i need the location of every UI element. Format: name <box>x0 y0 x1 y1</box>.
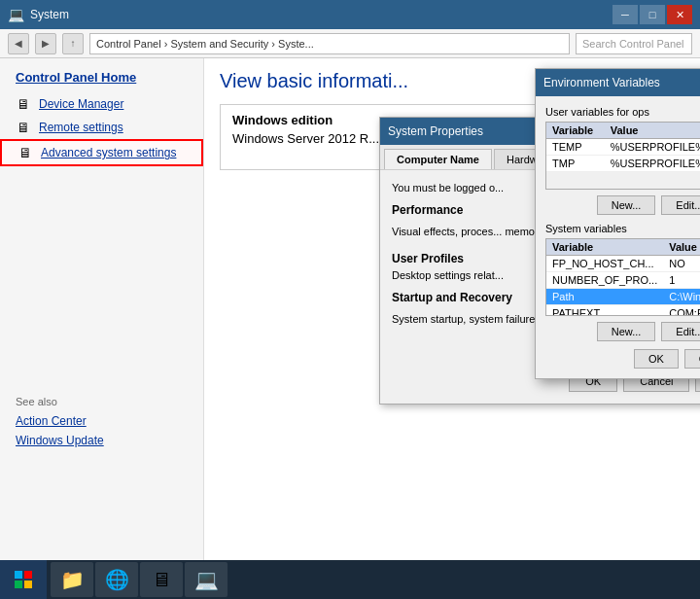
env-dialog-content: User variables for ops Variable Value <box>536 96 700 378</box>
control-panel-home-link[interactable]: Control Panel Home <box>0 70 203 92</box>
up-button[interactable]: ↑ <box>62 33 84 54</box>
window-title: System <box>30 8 69 21</box>
sys-val-pathext: COM;EXE;BAT;CMD;VBS;JCE... <box>663 305 700 317</box>
address-bar: ◀ ▶ ↑ Control Panel › System and Securit… <box>0 29 700 58</box>
ie-icon: 🌐 <box>105 568 129 591</box>
control-panel-icon: 💻 <box>194 568 219 591</box>
user-edit-button[interactable]: Edit... <box>661 195 700 215</box>
window-icon: 💻 <box>8 7 24 22</box>
taskbar: 📁 🌐 🖥 💻 <box>0 560 700 599</box>
start-button[interactable] <box>0 560 47 599</box>
see-also-label: See also <box>0 380 203 411</box>
advanced-settings-icon: 🖥 <box>18 145 33 160</box>
sys-edit-button[interactable]: Edit... <box>661 322 700 341</box>
sys-val-numproc: 1 <box>663 272 700 289</box>
env-dialog-title-bar: Environment Variables ✕ <box>536 69 700 96</box>
remote-settings-link: Remote settings <box>39 121 123 134</box>
sidebar: Control Panel Home 🖥 Device Manager 🖥 Re… <box>0 58 204 560</box>
sys-table-header-value: Value <box>663 239 700 256</box>
env-dialog-title-text: Environment Variables <box>543 76 660 89</box>
minimize-button[interactable]: ─ <box>612 5 638 24</box>
sidebar-item-action-center[interactable]: Action Center <box>0 411 203 431</box>
env-ok-button[interactable]: OK <box>634 349 679 369</box>
user-var-tmp: TMP <box>546 156 605 172</box>
action-center-link: Action Center <box>16 414 87 428</box>
system-variables-table: Variable Value FP_NO_HOST_CH... NO <box>546 239 700 316</box>
system-variables-table-container: Variable Value FP_NO_HOST_CH... NO <box>545 238 700 316</box>
sys-var-path: Path <box>546 289 663 305</box>
back-button[interactable]: ◀ <box>8 33 29 54</box>
user-val-tmp: %USERPROFILE%\AppData\Local\Temp <box>605 156 700 172</box>
user-var-temp: TEMP <box>546 139 605 156</box>
sys-val-path: C:\Windows\system32;C:\Windows;C:\Win... <box>663 289 700 305</box>
sys-var-fp: FP_NO_HOST_CH... <box>546 256 663 272</box>
user-table-header-variable: Variable <box>546 123 605 139</box>
main-window: 💻 System ─ □ ✕ ◀ ▶ ↑ Control Panel › Sys… <box>0 0 700 560</box>
table-row[interactable]: FP_NO_HOST_CH... NO <box>546 256 700 272</box>
env-dialog-ok-row: OK Cancel <box>545 349 700 369</box>
title-bar-left: 💻 System <box>8 7 69 22</box>
taskbar-item-ie[interactable]: 🌐 <box>95 562 138 597</box>
title-bar-controls: ─ □ ✕ <box>612 5 692 24</box>
sys-new-button[interactable]: New... <box>597 322 656 341</box>
sys-var-numproc: NUMBER_OF_PRO... <box>546 272 663 289</box>
maximize-button[interactable]: □ <box>640 5 665 24</box>
search-box[interactable]: Search Control Panel <box>576 33 692 54</box>
table-row[interactable]: PATHEXT COM;EXE;BAT;CMD;VBS;JCE... <box>546 305 700 317</box>
user-variables-title: User variables for ops <box>545 106 700 118</box>
server-manager-icon: 🖥 <box>152 569 171 591</box>
advanced-settings-link: Advanced system settings <box>41 146 176 159</box>
content-area: Control Panel Home 🖥 Device Manager 🖥 Re… <box>0 58 700 560</box>
sys-val-fp: NO <box>663 256 700 272</box>
main-content: View basic informati... Windows edition … <box>204 58 700 560</box>
taskbar-item-explorer[interactable]: 📁 <box>51 562 93 597</box>
user-variables-table: Variable Value TEMP %USERPROFILE%\AppDat… <box>546 123 700 172</box>
taskbar-item-server-manager[interactable]: 🖥 <box>140 562 183 597</box>
system-variables-title: System variables <box>545 223 700 234</box>
sys-table-header-variable: Variable <box>546 239 663 256</box>
table-row[interactable]: NUMBER_OF_PRO... 1 <box>546 272 700 289</box>
user-variables-table-container: Variable Value TEMP %USERPROFILE%\AppDat… <box>545 122 700 190</box>
sidebar-item-device-manager[interactable]: 🖥 Device Manager <box>0 92 203 116</box>
sidebar-item-windows-update[interactable]: Windows Update <box>0 431 203 450</box>
user-table-header-value: Value <box>605 123 700 139</box>
remote-settings-icon: 🖥 <box>16 120 31 135</box>
explorer-icon: 📁 <box>60 568 85 591</box>
user-new-button[interactable]: New... <box>597 195 656 215</box>
table-row[interactable]: TEMP %USERPROFILE%\AppData\Local\Temp <box>546 139 700 156</box>
sidebar-item-advanced-system-settings[interactable]: 🖥 Advanced system settings <box>0 139 203 166</box>
tab-computer-name[interactable]: Computer Name <box>384 149 492 169</box>
table-row[interactable]: Path C:\Windows\system32;C:\Windows;C:\W… <box>546 289 700 305</box>
env-cancel-button[interactable]: Cancel <box>684 349 700 369</box>
address-path[interactable]: Control Panel › System and Security › Sy… <box>89 33 570 54</box>
user-val-temp: %USERPROFILE%\AppData\Local\Temp <box>605 139 700 156</box>
taskbar-items: 📁 🌐 🖥 💻 <box>47 562 231 597</box>
table-row[interactable]: TMP %USERPROFILE%\AppData\Local\Temp <box>546 156 700 172</box>
forward-button[interactable]: ▶ <box>35 33 56 54</box>
user-variables-buttons: New... Edit... Delete <box>545 195 700 215</box>
device-manager-link: Device Manager <box>39 97 123 111</box>
close-button[interactable]: ✕ <box>667 5 692 24</box>
sys-dialog-title-text: System Properties <box>388 124 483 138</box>
windows-update-link: Windows Update <box>16 434 104 447</box>
env-variables-dialog: Environment Variables ✕ User variables f… <box>535 68 700 379</box>
device-manager-icon: 🖥 <box>16 96 31 112</box>
sys-var-pathext: PATHEXT <box>546 305 663 317</box>
system-variables-buttons: New... Edit... Delete <box>545 322 700 341</box>
sidebar-item-remote-settings[interactable]: 🖥 Remote settings <box>0 116 203 139</box>
taskbar-item-control-panel[interactable]: 💻 <box>185 562 228 597</box>
title-bar: 💻 System ─ □ ✕ <box>0 0 700 29</box>
